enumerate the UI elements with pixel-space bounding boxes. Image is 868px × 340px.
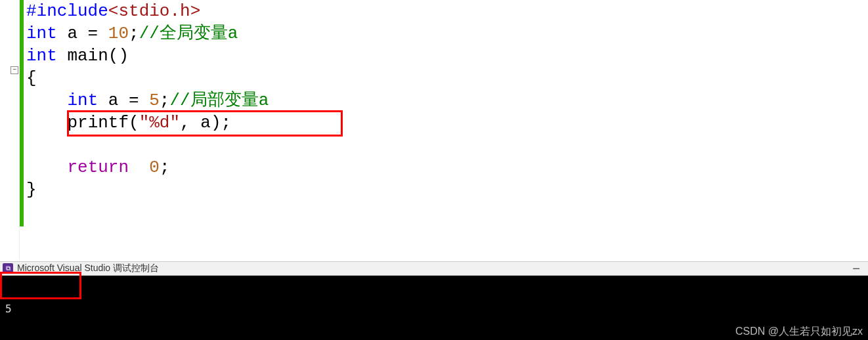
number-literal: 0	[149, 158, 160, 177]
paren-pair: ()	[108, 46, 129, 66]
angle-close: >	[190, 1, 201, 21]
brace-open: {	[26, 68, 37, 88]
paren-open: (	[129, 113, 139, 133]
indent	[26, 158, 67, 177]
console-body[interactable]: 5 E:\c语言暑期训练营\pengge-c-language\test_7_2…	[0, 276, 868, 340]
code-area[interactable]: #include<stdio.h> int a = 10;//全局变量a int…	[26, 0, 868, 201]
function-call: printf	[67, 113, 129, 133]
space	[129, 158, 149, 177]
number-literal: 10	[108, 24, 129, 43]
call-rest: , a);	[180, 113, 231, 133]
console-title-text: Microsoft Visual Studio 调试控制台	[17, 263, 159, 274]
number-literal: 5	[149, 91, 160, 110]
gutter: −	[0, 0, 20, 261]
code-editor[interactable]: − #include<stdio.h> int a = 10;//全局变量a i…	[0, 0, 868, 261]
console-titlebar[interactable]: ⧉ Microsoft Visual Studio 调试控制台 −	[0, 261, 868, 276]
function-name: main	[57, 46, 108, 66]
change-indicator-bar	[20, 0, 24, 226]
decl-text: a =	[98, 91, 149, 110]
type-keyword: int	[26, 24, 57, 43]
console-output-line: 5	[5, 302, 863, 316]
return-keyword: return	[67, 158, 129, 177]
semicolon: ;	[160, 158, 170, 177]
code-line[interactable]: int a = 10;//全局变量a	[26, 22, 868, 45]
string-literal: "%d"	[139, 113, 180, 133]
code-line[interactable]: int main()	[26, 45, 868, 67]
code-line[interactable]: #include<stdio.h>	[26, 0, 868, 22]
minimize-icon[interactable]: −	[852, 264, 860, 273]
blank	[26, 135, 37, 155]
semicolon: ;	[129, 24, 139, 43]
semicolon: ;	[160, 91, 170, 110]
code-line[interactable]: {	[26, 67, 868, 89]
brace-close: }	[26, 180, 37, 200]
type-keyword: int	[26, 46, 57, 66]
code-line[interactable]: return 0;	[26, 156, 868, 179]
include-header: stdio.h	[118, 1, 190, 21]
csdn-watermark: CSDN @人生若只如初见zx	[735, 325, 863, 339]
debug-console-window: ⧉ Microsoft Visual Studio 调试控制台 − 5 E:\c…	[0, 261, 868, 340]
preproc-keyword: #include	[26, 1, 108, 21]
comment: //全局变量a	[139, 24, 238, 43]
code-line[interactable]: int a = 5;//局部变量a	[26, 89, 868, 112]
fold-toggle[interactable]: −	[11, 66, 18, 74]
code-line[interactable]	[26, 134, 868, 156]
indent	[26, 113, 67, 133]
type-keyword: int	[67, 91, 98, 110]
visual-studio-icon: ⧉	[3, 263, 13, 274]
code-line[interactable]: }	[26, 179, 868, 201]
indent	[26, 91, 67, 110]
comment: //局部变量a	[169, 91, 269, 110]
decl-text: a =	[57, 24, 108, 43]
angle-open: <	[108, 1, 119, 21]
code-line[interactable]: printf("%d", a);	[26, 112, 868, 134]
